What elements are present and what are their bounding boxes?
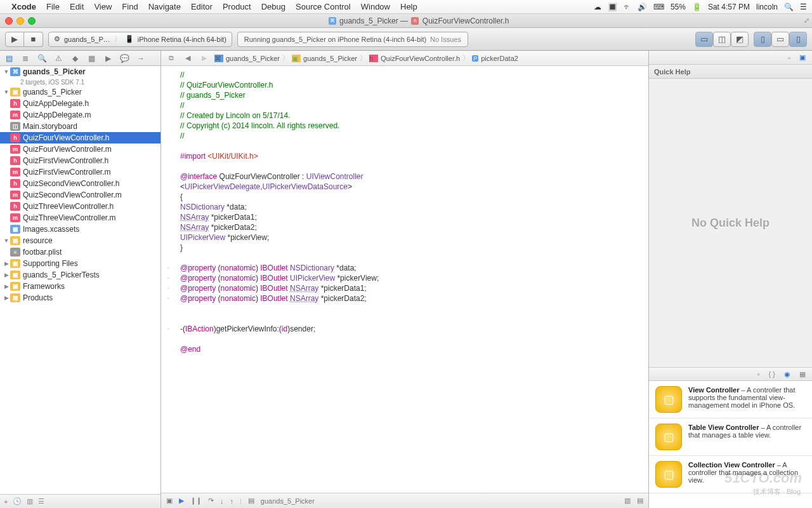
toggle-debug-area-icon[interactable]: ▣: [166, 497, 173, 505]
status-wifi-icon[interactable]: ᯤ: [624, 3, 631, 11]
tree-item[interactable]: ▶▣Products: [0, 292, 160, 304]
status-battery-percent: 55%: [671, 3, 686, 11]
menu-editor[interactable]: Editor: [191, 2, 213, 11]
stop-button[interactable]: ■: [24, 32, 43, 47]
notification-center-icon[interactable]: ☰: [800, 3, 807, 11]
project-tree[interactable]: ▼⌘ guands_5_Picker 2 targets, iOS SDK 7.…: [0, 66, 160, 494]
recent-filter-icon[interactable]: 🕓: [13, 497, 22, 505]
tree-item[interactable]: mQuizAppDelegate.m: [0, 109, 160, 121]
file-template-library-icon[interactable]: ▫: [757, 370, 760, 378]
object-library-icon[interactable]: ◉: [784, 370, 790, 378]
arrow-icon[interactable]: →: [136, 54, 146, 63]
add-button[interactable]: +: [4, 498, 8, 505]
window-minimize-button[interactable]: [16, 17, 24, 25]
tree-item[interactable]: mQuizFourViewController.m: [0, 144, 160, 155]
spotlight-icon[interactable]: 🔍: [784, 3, 794, 11]
media-library-icon[interactable]: ▦: [799, 370, 806, 378]
activity-viewer: Running guands_5_Picker on iPhone Retina…: [237, 32, 468, 47]
symbol-navigator-icon[interactable]: ≣: [20, 54, 30, 63]
step-over-icon[interactable]: ↷: [208, 497, 214, 505]
tree-item[interactable]: mQuizFirstViewController.m: [0, 166, 160, 178]
library-item-icon: ▢: [655, 386, 682, 413]
report-navigator-icon[interactable]: 💬: [119, 54, 129, 63]
status-input-icon[interactable]: ⌨: [653, 3, 664, 11]
tree-item[interactable]: hQuizFourViewController.h: [0, 132, 160, 144]
test-navigator-icon[interactable]: ◆: [70, 54, 80, 63]
tree-item[interactable]: hQuizAppDelegate.h: [0, 98, 160, 109]
tree-item[interactable]: hQuizFirstViewController.h: [0, 155, 160, 166]
toggle-utilities-button[interactable]: ▯: [789, 32, 807, 47]
debug-thread-icon[interactable]: ▤: [248, 497, 254, 505]
status-volume-icon[interactable]: 🔊: [638, 3, 647, 11]
forward-button[interactable]: ▶: [198, 54, 211, 62]
quick-help-inspector-icon[interactable]: ▣: [799, 53, 806, 62]
code-snippet-library-icon[interactable]: { }: [769, 370, 775, 378]
window-zoom-button[interactable]: [28, 17, 36, 25]
window-title-file: QuizFourViewController.h: [422, 17, 509, 25]
find-navigator-icon[interactable]: 🔍: [37, 54, 47, 63]
library-item[interactable]: ▢Table View Controller – A controller th…: [649, 418, 812, 456]
tree-item[interactable]: ▶▣Frameworks: [0, 281, 160, 292]
tree-item[interactable]: ▼▣guands_5_Picker: [0, 86, 160, 98]
related-files-icon[interactable]: ⧉: [165, 54, 178, 62]
step-out-icon[interactable]: ↑: [230, 497, 234, 505]
window-close-button[interactable]: [5, 17, 13, 25]
tree-item[interactable]: ▶▣guands_5_PickerTests: [0, 269, 160, 281]
status-cloud-icon[interactable]: ☁: [594, 3, 601, 11]
tree-item[interactable]: mQuizSecondViewController.m: [0, 189, 160, 201]
console-view-icon[interactable]: ▤: [637, 497, 643, 505]
debug-navigator-icon[interactable]: ▦: [86, 54, 96, 63]
tree-item[interactable]: mQuizThreeViewController.m: [0, 212, 160, 224]
tree-item[interactable]: ≡footbar.plist: [0, 246, 160, 258]
assistant-editor-button[interactable]: ◫: [713, 32, 731, 47]
app-menu[interactable]: Xcode: [11, 2, 36, 11]
run-button[interactable]: ▶: [5, 32, 24, 47]
issue-navigator-icon[interactable]: ⚠: [53, 54, 63, 63]
breadcrumb[interactable]: ⌘guands_5_Picker 〉 ▣guands_5_Picker 〉 hQ…: [214, 53, 518, 63]
menu-help[interactable]: Help: [400, 2, 417, 11]
status-battery-icon[interactable]: 🔳: [608, 3, 617, 11]
menu-view[interactable]: View: [94, 2, 112, 11]
tree-item[interactable]: ▼▣resource: [0, 235, 160, 246]
menu-find[interactable]: Find: [122, 2, 138, 11]
scm-filter-icon[interactable]: ▥: [27, 497, 33, 505]
tree-item[interactable]: hQuizSecondViewController.h: [0, 178, 160, 189]
crumb-file: QuizFourViewController.h: [381, 55, 460, 62]
tree-item[interactable]: ◫Main.storyboard: [0, 121, 160, 132]
breakpoints-icon[interactable]: ▶: [179, 497, 184, 505]
menu-navigate[interactable]: Navigate: [148, 2, 181, 11]
tree-item[interactable]: ▦Images.xcassets: [0, 224, 160, 235]
toggle-navigator-button[interactable]: ▯: [754, 32, 771, 47]
scheme-selector[interactable]: ⚙ guands_5_P… 〉 📱 iPhone Retina (4-inch …: [48, 32, 232, 47]
project-root[interactable]: ▼⌘ guands_5_Picker: [0, 66, 160, 77]
debug-process-name[interactable]: guands_5_Picker: [261, 497, 315, 505]
code-editor[interactable]: ◦◦◦◦◦ //// QuizFourViewController.h// gu…: [161, 66, 648, 493]
step-into-icon[interactable]: ↓: [220, 497, 224, 505]
toggle-debug-button[interactable]: ▭: [771, 32, 789, 47]
object-library-list[interactable]: ▢View Controller – A controller that sup…: [649, 381, 812, 508]
filter-field-icon[interactable]: ☰: [38, 497, 44, 505]
breakpoint-navigator-icon[interactable]: ▶: [103, 54, 113, 63]
variables-view-icon[interactable]: ▥: [624, 497, 631, 505]
status-user[interactable]: lincoln: [756, 3, 778, 11]
version-editor-button[interactable]: ◩: [731, 32, 749, 47]
menu-window[interactable]: Window: [361, 2, 390, 11]
library-item-icon: ▢: [655, 461, 682, 488]
menu-debug[interactable]: Debug: [261, 2, 285, 11]
standard-editor-button[interactable]: ▭: [695, 32, 713, 47]
continue-icon[interactable]: ❙❙: [190, 497, 202, 505]
library-item[interactable]: ▢View Controller – A controller that sup…: [649, 381, 812, 418]
menu-product[interactable]: Product: [223, 2, 251, 11]
menu-edit[interactable]: Edit: [70, 2, 84, 11]
menu-file[interactable]: File: [46, 2, 60, 11]
tree-item[interactable]: ▶▣Supporting Files: [0, 258, 160, 269]
menu-source-control[interactable]: Source Control: [296, 2, 351, 11]
file-inspector-icon[interactable]: ▫: [788, 54, 790, 62]
back-button[interactable]: ◀: [181, 54, 194, 62]
status-clock[interactable]: Sat 4:57 PM: [708, 3, 750, 11]
tree-item[interactable]: hQuizThreeViewController.h: [0, 201, 160, 212]
project-navigator-icon[interactable]: ▤: [4, 54, 14, 63]
jump-bar[interactable]: ⧉ ◀ ▶ ⌘guands_5_Picker 〉 ▣guands_5_Picke…: [161, 51, 648, 66]
library-item[interactable]: ▢Collection View Controller – A controll…: [649, 456, 812, 493]
window-fullscreen-button[interactable]: ⤢: [801, 17, 812, 25]
